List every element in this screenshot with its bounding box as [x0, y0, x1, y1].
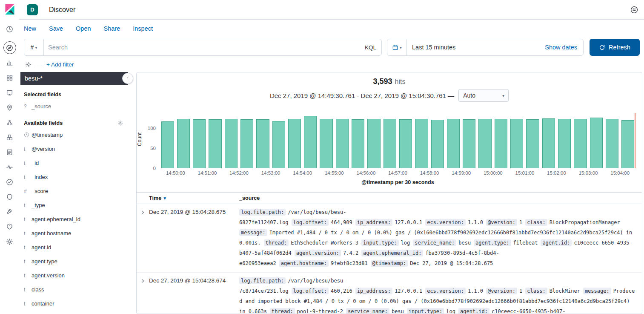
field-name: agent.type [31, 258, 57, 265]
histogram-bar[interactable] [574, 119, 587, 168]
field-item-_score[interactable]: #_score [20, 184, 128, 198]
field-item-_id[interactable]: t_id [20, 156, 128, 170]
histogram-bar[interactable] [558, 119, 571, 168]
field-item-agent.version[interactable]: tagent.version [20, 268, 128, 282]
histogram-bar[interactable] [209, 119, 221, 168]
x-tick-label: 15:02:00 [547, 170, 566, 176]
nav-item-dashboard[interactable] [3, 71, 16, 84]
field-item-_source[interactable]: ?_source [20, 99, 128, 113]
field-item-container[interactable]: tcontainer [20, 297, 128, 311]
nav-item-dev-tools[interactable] [3, 205, 16, 218]
nav-item-siem[interactable] [3, 190, 16, 203]
nav-item-logs[interactable] [3, 146, 16, 158]
field-item-_type[interactable]: t_type [20, 198, 128, 212]
space-avatar[interactable]: D [27, 4, 38, 15]
expand-row-button[interactable] [137, 207, 149, 268]
search-input[interactable] [44, 39, 360, 55]
histogram-bar[interactable] [606, 119, 618, 168]
expand-row-button[interactable] [137, 276, 149, 314]
field-settings-icon[interactable] [117, 120, 124, 126]
histogram-bar[interactable] [463, 119, 475, 168]
histogram-bar[interactable] [415, 119, 428, 168]
histogram-bar[interactable] [225, 119, 238, 168]
refresh-button[interactable]: Refresh [590, 39, 640, 56]
nav-item-stack-monitoring[interactable] [3, 220, 16, 233]
interval-select[interactable]: Auto ▾ [458, 89, 509, 102]
chevron-left-icon [126, 76, 130, 81]
nav-item-machine-learning[interactable] [3, 116, 16, 129]
collapse-sidebar-button[interactable] [122, 73, 133, 84]
saved-query-menu-button[interactable]: # ▾ [24, 39, 44, 55]
menu-save-button[interactable]: Save [49, 25, 63, 32]
histogram-bar[interactable] [590, 118, 603, 168]
calendar-button[interactable]: ▾ [387, 39, 407, 55]
histogram-bar[interactable] [352, 119, 364, 168]
field-value: besu [458, 240, 471, 246]
menu-inspect-button[interactable]: Inspect [133, 25, 153, 32]
kibana-logo[interactable] [4, 4, 15, 15]
histogram-bar[interactable] [431, 120, 444, 168]
field-item-agent.id[interactable]: tagent.id [20, 240, 128, 254]
histogram-bar[interactable] [193, 119, 206, 168]
time-column-header[interactable]: Time▼ [149, 195, 239, 201]
nav-item-infrastructure[interactable] [3, 131, 16, 144]
kql-toggle[interactable]: KQL [360, 39, 381, 55]
nav-item-discover[interactable] [3, 41, 16, 54]
histogram-bar[interactable] [320, 119, 332, 168]
histogram-bar[interactable] [177, 119, 190, 168]
add-filter-button[interactable]: + Add filter [46, 61, 74, 68]
histogram-bar[interactable] [447, 119, 460, 168]
histogram-bar[interactable] [272, 121, 285, 168]
field-item-@version[interactable]: t@version [20, 142, 128, 156]
y-tick-label: 50 [150, 146, 156, 151]
field-item-@timestamp[interactable]: @timestamp [20, 128, 128, 142]
histogram-bar[interactable] [384, 119, 396, 168]
controls-icon[interactable] [630, 6, 638, 14]
histogram-bar[interactable] [526, 119, 539, 168]
x-axis: 14:50:0014:51:0014:52:0014:53:0014:54:00… [160, 170, 636, 177]
filter-options-icon[interactable] [25, 61, 31, 68]
field-type-badge: t [24, 273, 31, 279]
time-range-value[interactable]: Last 15 minutes [407, 39, 545, 55]
histogram-bar[interactable] [478, 119, 491, 168]
x-tick-label: 14:59:00 [452, 170, 471, 176]
field-item-agent.hostname[interactable]: tagent.hostname [20, 226, 128, 240]
nav-item-canvas[interactable] [3, 86, 16, 99]
histogram-bar[interactable] [336, 119, 349, 168]
nav-item-apm[interactable] [3, 161, 16, 173]
histogram-bar[interactable] [288, 119, 301, 168]
histogram-bars[interactable] [160, 110, 636, 168]
histogram-bar[interactable] [367, 119, 380, 168]
show-dates-button[interactable]: Show dates [545, 39, 583, 55]
histogram-bar[interactable] [542, 118, 555, 168]
nav-item-maps[interactable] [3, 101, 16, 114]
menu-new-button[interactable]: New [24, 25, 36, 32]
nav-item-uptime[interactable] [3, 176, 16, 188]
histogram-bar[interactable] [256, 119, 269, 168]
nav-item-management[interactable] [3, 235, 16, 248]
histogram-chart: Count 050100 [160, 110, 636, 168]
field-item-agent.ephemeral_id[interactable]: tagent.ephemeral_id [20, 212, 128, 226]
menu-share-button[interactable]: Share [104, 25, 120, 32]
field-type-badge: t [24, 160, 31, 166]
field-key-badge: agent.version: [295, 250, 341, 256]
field-type-badge: t [24, 245, 31, 251]
histogram-bar[interactable] [495, 119, 507, 168]
date-field-icon [24, 132, 31, 138]
histogram-bar[interactable] [161, 121, 174, 168]
histogram-bar[interactable] [304, 116, 317, 168]
menu-open-button[interactable]: Open [76, 25, 91, 32]
histogram-bar[interactable] [399, 119, 412, 168]
histogram-bar[interactable] [240, 119, 253, 168]
field-key-badge: ip_address: [355, 219, 392, 226]
histogram-bar[interactable] [621, 120, 634, 168]
histogram-bar[interactable] [510, 119, 523, 168]
filter-bar-divider: — [37, 61, 42, 68]
field-item-_index[interactable]: t_index [20, 170, 128, 184]
time-cell: Dec 27, 2019 @ 15:04:28.675 [149, 207, 239, 268]
nav-item-recently-viewed[interactable] [3, 23, 16, 35]
field-item-class[interactable]: tclass [20, 282, 128, 297]
nav-item-visualize[interactable] [3, 56, 16, 69]
field-item-agent.type[interactable]: tagent.type [20, 254, 128, 268]
index-pattern-selector[interactable]: besu-* [20, 72, 128, 85]
